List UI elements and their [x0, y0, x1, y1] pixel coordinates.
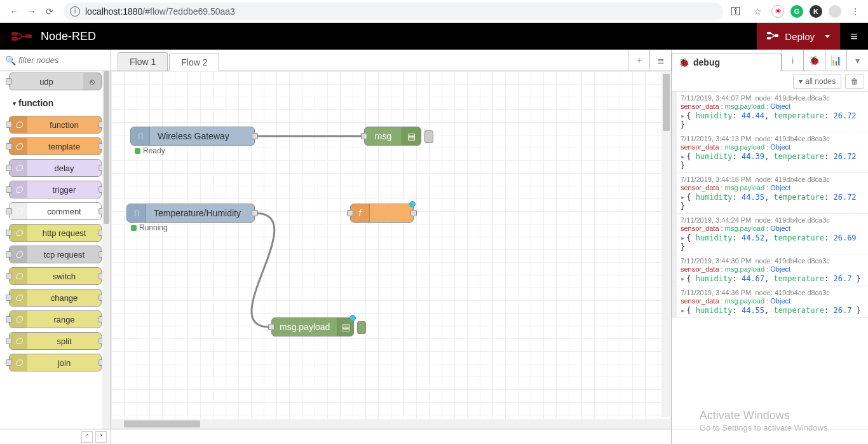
debug-payload[interactable]: ▸{ humidity: 44.44, temperature: 26.72 } — [681, 111, 864, 129]
node-icon: ⎔ — [10, 268, 27, 284]
palette-node-trigger[interactable]: ⎔trigger — [9, 181, 102, 198]
trash-icon: 🗑 — [851, 77, 858, 86]
debug-toggle[interactable] — [357, 321, 366, 334]
extension-icon[interactable]: G — [790, 5, 803, 18]
palette-category-function[interactable]: ▾ function — [9, 94, 102, 112]
palette-node-tcp-request[interactable]: ⎔tcp request — [9, 246, 102, 263]
debug-payload[interactable]: ▸{ humidity: 44.35, temperature: 26.72 } — [681, 193, 864, 211]
palette-node-delay[interactable]: ⎔delay — [9, 159, 102, 177]
tab-flow2[interactable]: Flow 2 — [169, 53, 219, 71]
tab-label: debug — [693, 57, 720, 67]
input-port[interactable] — [361, 133, 367, 139]
collapse-up-button[interactable]: ˄ — [81, 431, 93, 443]
debug-tab-button[interactable]: 🐞 — [803, 50, 825, 71]
list-flows-button[interactable]: ≣ — [649, 50, 671, 71]
node-temperature-humidity[interactable]: ⎍ Temperature/Humidity Running — [126, 204, 255, 223]
palette-node-template[interactable]: ⎔template — [9, 137, 102, 155]
bug-icon: 🐞 — [679, 57, 689, 67]
debug-message[interactable]: 7/11/2019, 3:44:36 PM node: 419db4ce.d8c… — [672, 286, 868, 318]
debug-message[interactable]: 7/11/2019, 3:44:18 PM node: 419db4ce.d8c… — [672, 173, 868, 214]
flow-canvas[interactable]: ⎍ Wireless Gateway Ready msg ▤ ⎍ Tempera… — [111, 71, 671, 429]
tab-debug[interactable]: 🐞 debug — [672, 53, 782, 71]
caret-button[interactable]: ▾ — [846, 50, 868, 71]
node-icon: ⎔ — [10, 333, 27, 349]
input-port[interactable] — [347, 210, 353, 216]
palette-node-change[interactable]: ⎔change — [9, 289, 102, 307]
chevron-down-icon — [825, 35, 830, 38]
chart-tab-button[interactable]: 📊 — [825, 50, 846, 71]
palette-scrollbar[interactable] — [102, 71, 111, 429]
reload-button[interactable]: ⟳ — [41, 3, 58, 20]
category-label: function — [18, 98, 53, 108]
extension-icon[interactable]: ✳ — [771, 5, 784, 18]
output-port[interactable] — [252, 133, 258, 139]
node-label: http request — [27, 228, 101, 238]
collapse-down-button[interactable]: ˅ — [95, 431, 107, 443]
chrome-right: ⚿ ☆ ✳ G K ⋮ — [728, 4, 863, 19]
debug-payload[interactable]: ▸{ humidity: 44.52, temperature: 26.69 } — [681, 233, 864, 251]
filter-button[interactable]: ▾all nodes — [793, 74, 841, 89]
addr-port: 1880 — [123, 6, 142, 17]
back-button[interactable]: ← — [5, 3, 23, 20]
palette-node-udp[interactable]: udp ⎋ — [9, 73, 102, 90]
star-icon[interactable]: ☆ — [750, 4, 765, 19]
menu-button[interactable]: ≡ — [840, 23, 868, 50]
menu-icon[interactable]: ⋮ — [848, 4, 863, 19]
debug-message[interactable]: 7/11/2019, 3:44:24 PM node: 419db4ce.d8c… — [672, 214, 868, 254]
extension-icon[interactable]: K — [810, 5, 822, 18]
debug-message[interactable]: 7/11/2019, 3:44:07 PM node: 419db4ce.d8c… — [672, 92, 868, 132]
palette-node-http-request[interactable]: ⎔http request — [9, 224, 102, 242]
key-icon[interactable]: ⚿ — [728, 4, 743, 19]
app-title: Node-RED — [41, 30, 96, 43]
palette-node-comment[interactable]: ⎔comment — [9, 202, 102, 220]
debug-message[interactable]: 7/11/2019, 3:44:13 PM node: 419db4ce.d8c… — [672, 132, 868, 173]
info-tab-button[interactable]: i — [782, 50, 803, 71]
node-icon: ⎔ — [10, 160, 27, 176]
function-icon: f — [351, 204, 370, 222]
debug-message[interactable]: 7/11/2019, 3:44:30 PM node: 419db4ce.d8c… — [672, 254, 868, 286]
canvas-scrollbar-v[interactable] — [661, 71, 671, 417]
node-label: Temperature/Humidity — [146, 208, 254, 218]
node-wireless-gateway[interactable]: ⎍ Wireless Gateway Ready — [130, 127, 255, 146]
deploy-button[interactable]: Deploy — [757, 23, 840, 50]
avatar[interactable] — [829, 5, 841, 18]
palette-node-range[interactable]: ⎔range — [9, 310, 102, 328]
node-msg[interactable]: msg ▤ — [364, 127, 421, 146]
chevron-down-icon: ▾ — [13, 100, 16, 107]
logo-icon — [11, 31, 33, 42]
pulse-icon: ⎍ — [127, 204, 146, 222]
input-port[interactable] — [268, 324, 275, 330]
clear-button[interactable]: 🗑 — [845, 74, 864, 89]
browser-toolbar: ← → ⟳ i localhost:1880/#flow/7eddbe69.50… — [0, 0, 868, 23]
debug-payload[interactable]: ▸{ humidity: 44.67, temperature: 26.7 } — [681, 274, 864, 283]
palette-node-split[interactable]: ⎔split — [9, 332, 102, 350]
palette-node-switch[interactable]: ⎔switch — [9, 267, 102, 285]
debug-topic: sensor_data : msg.payload : Object — [681, 225, 864, 232]
debug-meta: 7/11/2019, 3:44:18 PM node: 419db4ce.d8c… — [681, 176, 864, 183]
address-bar[interactable]: i localhost:1880/#flow/7eddbe69.50aa3 — [64, 3, 723, 20]
node-label: msg — [365, 131, 402, 141]
debug-toggle[interactable] — [424, 130, 433, 143]
node-icon: ⎔ — [10, 225, 27, 241]
debug-payload[interactable]: ▸{ humidity: 44.39, temperature: 26.72 } — [681, 152, 864, 170]
debug-log[interactable]: Activate Windows Go to Settings to activ… — [672, 92, 868, 429]
forward-button[interactable]: → — [23, 3, 41, 20]
debug-payload[interactable]: ▸{ humidity: 44.55, temperature: 26.7 } — [681, 306, 864, 315]
node-function[interactable]: f — [350, 204, 414, 223]
palette-node-join[interactable]: ⎔join — [9, 354, 102, 371]
sidebar-footer — [672, 429, 868, 444]
output-port[interactable] — [252, 210, 258, 216]
search-input[interactable] — [18, 55, 126, 65]
node-label: udp — [10, 77, 83, 87]
debug-icon: ▤ — [402, 127, 421, 145]
canvas-scrollbar-h[interactable] — [111, 419, 671, 429]
node-label: split — [27, 336, 101, 346]
output-port[interactable] — [410, 210, 417, 216]
windows-watermark: Activate Windows Go to Settings to activ… — [700, 408, 830, 429]
node-label: join — [27, 358, 101, 368]
node-label: change — [27, 293, 101, 303]
node-msg-payload[interactable]: msg.payload ▤ — [271, 317, 354, 336]
add-flow-button[interactable]: ＋ — [628, 50, 649, 71]
palette-node-function[interactable]: ⎔function — [9, 116, 102, 134]
debug-topic: sensor_data : msg.payload : Object — [681, 297, 864, 305]
